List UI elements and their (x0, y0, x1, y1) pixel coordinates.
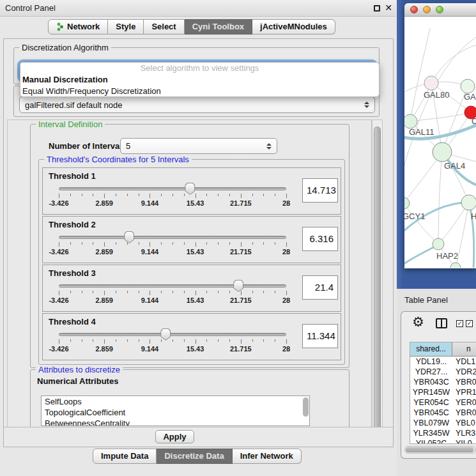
table-panel-region: Table Panel ⚙ ✓ ✓ shared...n YDL19...YDL… (397, 289, 476, 476)
threshold-slider-2[interactable]: -3.4262.8599.14415.4321.71528 (59, 236, 286, 261)
tab-label: Discretize Data (164, 451, 224, 461)
gear-icon[interactable]: ⚙ (412, 314, 424, 330)
network-node-GAL11-node[interactable] (404, 114, 417, 128)
vertical-scrollbar[interactable] (372, 119, 383, 445)
network-view-window: GAL80GACGAL11GAL4GCY1HHAP2 (404, 3, 476, 268)
table-cell[interactable]: YDL1 (452, 357, 476, 367)
spinner-arrows-icon (263, 143, 272, 150)
table-cell[interactable]: YBR043C (410, 377, 452, 387)
apply-button[interactable]: Apply (155, 430, 194, 443)
zoom-traffic-light-icon[interactable] (436, 6, 443, 13)
table-row[interactable]: YDR27...YDR2 (410, 367, 476, 377)
control-panel-titlebar: Control Panel ✕ (0, 0, 396, 17)
slider-scale-labels: -3.4262.8599.14415.4321.71528 (59, 296, 286, 305)
threshold-value-field-4[interactable]: 11.344 (302, 324, 338, 348)
minimize-traffic-light-icon[interactable] (423, 6, 431, 13)
table-data-combobox[interactable]: galFiltered.sif default node (19, 96, 375, 113)
attribute-item[interactable]: SelfLoops (42, 396, 309, 407)
tab-style[interactable]: Style (108, 19, 144, 35)
network-node-H-node[interactable] (461, 195, 476, 210)
threshold-slider-4[interactable]: -3.4262.8599.14415.4321.71528 (59, 333, 286, 358)
control-panel: Control Panel ✕ NetworkStyleSelectCyni T… (0, 0, 396, 476)
scrollbar-thumb[interactable] (374, 127, 381, 433)
float-icon[interactable] (374, 5, 380, 12)
tab-infer-network[interactable]: Infer Network (233, 449, 302, 464)
checkbox-icon[interactable]: ✓ (466, 320, 473, 327)
tab-network[interactable]: Network (48, 19, 108, 35)
table-cell[interactable]: YLR345W (410, 428, 452, 438)
table-cell[interactable]: YPR145W (410, 387, 452, 397)
table-row[interactable]: YPR145WYPR1 (410, 387, 476, 397)
network-window-frame: GAL80GACGAL11GAL4GCY1HHAP2 (397, 0, 476, 289)
table-cell[interactable]: YPR1 (452, 387, 476, 397)
slider-track[interactable] (59, 284, 286, 288)
checkbox-icon[interactable]: ✓ (456, 320, 463, 327)
table-cell[interactable]: YIL0 (452, 438, 476, 444)
table-row[interactable]: YER054CYER0 (410, 397, 476, 408)
thresholds-group: Threshold's Coordinates for 5 Intervals … (38, 159, 345, 365)
slider-track[interactable] (59, 333, 286, 336)
table-cell[interactable]: YER054C (410, 397, 452, 408)
table-cell[interactable]: YLR3 (452, 428, 476, 438)
table-cell[interactable]: YIL052C (410, 438, 452, 444)
threshold-slider-1[interactable]: -3.4262.8599.14415.4321.71528 (59, 187, 286, 213)
settings-panel: Discretization Algorithm Select algorith… (3, 38, 394, 447)
table-cell[interactable]: YBR0 (452, 408, 476, 418)
table-row[interactable]: YIL052CYIL0 (410, 438, 476, 444)
slider-track[interactable] (59, 187, 286, 190)
dropdown-item-manual-discretization[interactable]: Manual Discretization (20, 74, 379, 86)
network-edge (410, 112, 471, 121)
table-cell[interactable]: YER0 (452, 397, 476, 408)
table-row[interactable]: YLR345WYLR3 (410, 428, 476, 438)
network-node-GAL80-node[interactable] (424, 76, 438, 90)
table-row[interactable]: YBR043CYBR0 (410, 377, 476, 387)
column-header-2[interactable]: n (452, 342, 476, 356)
table-cell[interactable]: YDR27... (410, 367, 452, 377)
table-cell[interactable]: YBR045C (410, 408, 452, 418)
slider-track[interactable] (59, 236, 286, 239)
columns-icon[interactable] (436, 318, 447, 328)
table-cell[interactable]: YBR0 (452, 377, 476, 387)
tab-jactivemnodules[interactable]: jActiveMNodules (252, 19, 335, 35)
network-node-GAL4-node[interactable] (433, 142, 452, 162)
threshold-value-field-2[interactable]: 6.316 (302, 227, 338, 251)
network-canvas[interactable]: GAL80GACGAL11GAL4GCY1HHAP2 (404, 17, 476, 268)
close-traffic-light-icon[interactable] (410, 6, 418, 13)
table-toolbar: ⚙ ✓ ✓ (401, 312, 476, 337)
network-edge (410, 28, 430, 121)
horizontal-scrollbar[interactable] (404, 446, 476, 454)
threshold-value-field-1[interactable]: 14.713 (302, 178, 338, 203)
close-icon[interactable]: ✕ (385, 3, 392, 13)
threshold-value-field-3[interactable]: 21.4 (302, 275, 338, 300)
discretization-algorithm-group: Discretization Algorithm Select algorith… (13, 47, 380, 84)
table-cell[interactable]: YDR2 (452, 367, 476, 377)
attributes-list[interactable]: SelfLoopsTopologicalCoefficientBetweenne… (41, 395, 310, 426)
numerical-attributes-label: Numerical Attributes (37, 376, 118, 386)
dropdown-item-equal-width-frequency-discretization[interactable]: Equal Width/Frequency Discretization (20, 86, 379, 97)
network-node-GCY1-node[interactable] (404, 197, 410, 209)
network-node-HAP2-node[interactable] (433, 238, 444, 250)
table-cell[interactable]: YDL19... (410, 357, 452, 367)
interval-definition-group: Interval Definition Number of Intervals … (30, 124, 349, 368)
table-cell[interactable]: YBL079W (410, 418, 452, 428)
list-scrollbar[interactable] (303, 397, 309, 417)
attribute-item[interactable]: BetweennessCentrality (42, 418, 309, 426)
table-row[interactable]: YBL079WYBL0 (410, 418, 476, 428)
table-row[interactable]: YBR045CYBR0 (410, 408, 476, 418)
table-row[interactable]: YDL19...YDL1 (410, 357, 476, 367)
slider-scale-labels: -3.4262.8599.14415.4321.71528 (59, 248, 286, 257)
network-edge (438, 152, 442, 244)
table-panel-title: Table Panel (404, 295, 448, 305)
table-cell[interactable]: YBL0 (452, 418, 476, 428)
attribute-item[interactable]: TopologicalCoefficient (42, 407, 309, 418)
number-of-intervals-combobox[interactable]: 5 (120, 138, 277, 154)
threshold-slider-3[interactable]: -3.4262.8599.14415.4321.71528 (59, 284, 286, 310)
tab-impute-data[interactable]: Impute Data (93, 449, 157, 464)
network-node-partial-right-node[interactable] (461, 79, 475, 93)
tab-select[interactable]: Select (144, 19, 184, 35)
spinner-arrows-icon (360, 102, 369, 108)
column-header-1[interactable]: shared... (410, 342, 452, 356)
tab-discretize-data[interactable]: Discretize Data (157, 449, 232, 464)
scrollbar-thumb[interactable] (406, 447, 473, 452)
tab-cyni-toolbox[interactable]: Cyni Toolbox (185, 19, 252, 35)
